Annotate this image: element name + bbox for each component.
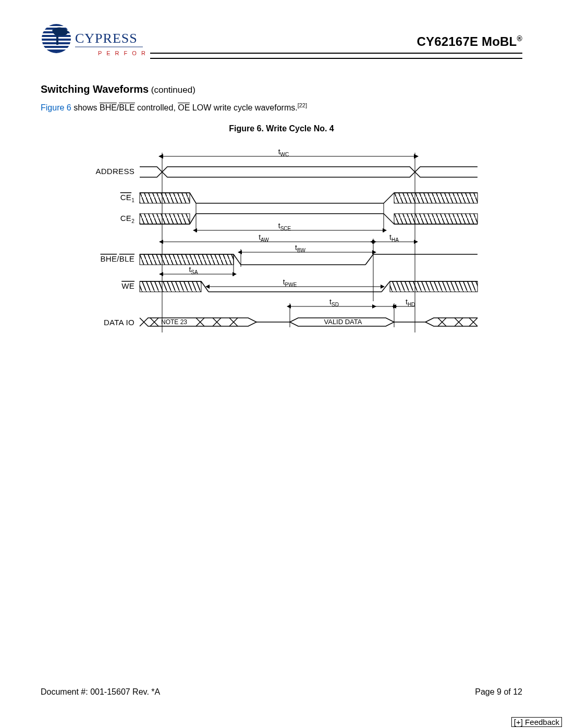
svg-text:tHD: tHD: [406, 298, 415, 307]
figure-caption: Figure 6. Write Cycle No. 4: [41, 124, 522, 133]
svg-text:CE1: CE1: [120, 193, 134, 203]
section-heading: Switching Waveforms (continued): [41, 83, 522, 95]
svg-rect-53: [390, 281, 478, 292]
svg-text:ADDRESS: ADDRESS: [95, 167, 134, 176]
page-footer: Document #: 001-15607 Rev. *A Page 9 of …: [41, 687, 522, 697]
svg-text:tHA: tHA: [389, 233, 399, 243]
doc-number: Document #: 001-15607 Rev. *A: [41, 687, 160, 696]
svg-text:tPWE: tPWE: [283, 278, 297, 288]
svg-rect-1: [42, 26, 71, 28]
page-number: Page 9 of 12: [475, 687, 522, 697]
feedback-button[interactable]: [+] Feedback: [511, 717, 562, 727]
cypress-logo: CYPRESS P E R F O R M: [41, 21, 145, 61]
svg-rect-21: [394, 193, 478, 203]
timing-diagram: tWC ADDRESS CE1 CE2: [92, 145, 478, 350]
svg-text:DATA IO: DATA IO: [104, 318, 134, 327]
svg-text:tAW: tAW: [259, 233, 269, 243]
svg-text:WE: WE: [121, 281, 134, 290]
page-header: CYPRESS P E R F O R M CY62167E MoBL®: [41, 24, 522, 71]
svg-text:BHE/BLE: BHE/BLE: [101, 254, 134, 263]
svg-text:tSA: tSA: [189, 265, 198, 275]
svg-text:tSD: tSD: [329, 298, 339, 307]
figure-link[interactable]: Figure 6: [41, 103, 71, 112]
doc-title: CY62167E MoBL®: [417, 34, 522, 49]
svg-text:NOTE 23: NOTE 23: [161, 318, 187, 326]
svg-text:CE2: CE2: [120, 214, 134, 224]
svg-text:VALID DATA: VALID DATA: [324, 318, 362, 326]
svg-text:tBW: tBW: [295, 243, 306, 253]
svg-rect-19: [140, 193, 190, 203]
svg-text:CYPRESS: CYPRESS: [75, 31, 138, 46]
svg-rect-7: [42, 48, 71, 50]
svg-text:tSCE: tSCE: [278, 221, 291, 231]
svg-rect-27: [394, 214, 478, 224]
figure-description: Figure 6 shows BHE/BLE controlled, OE LO…: [41, 102, 522, 114]
svg-rect-25: [140, 214, 190, 224]
svg-text:P E R F O R M: P E R F O R M: [98, 50, 145, 56]
header-rule: [150, 53, 522, 59]
svg-rect-40: [140, 254, 234, 265]
svg-text:tWC: tWC: [278, 147, 289, 157]
svg-rect-51: [140, 281, 201, 292]
